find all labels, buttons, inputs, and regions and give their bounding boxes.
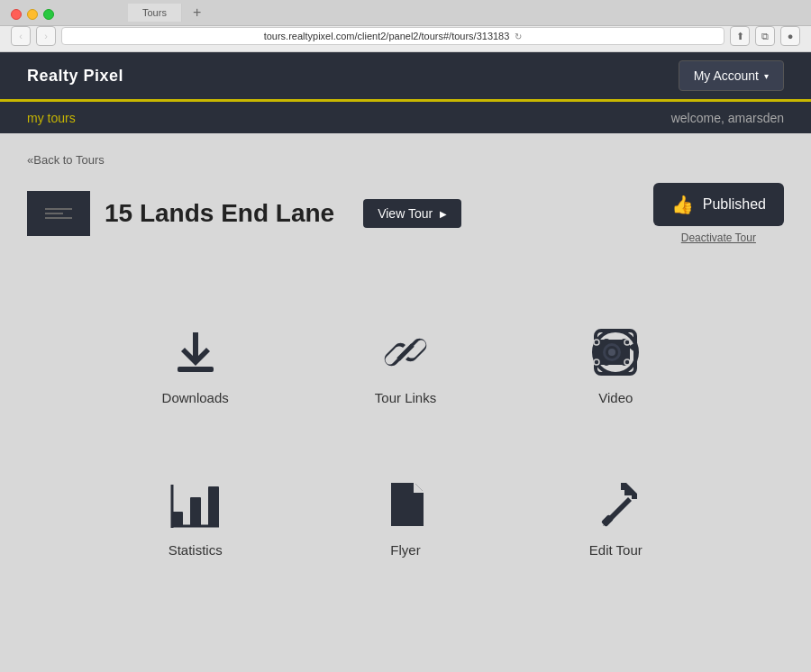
refresh-icon: ↻ xyxy=(515,32,522,41)
tab-bar: Tours + xyxy=(0,0,811,26)
tour-title: 15 Lands End Lane xyxy=(105,199,334,228)
main-content: «Back to Tours 15 Lands End Lane View To… xyxy=(0,133,811,672)
chevron-down-icon: ▾ xyxy=(764,71,769,81)
download-icon xyxy=(169,325,223,379)
svg-rect-20 xyxy=(208,486,219,526)
svg-line-1 xyxy=(398,345,413,359)
published-button[interactable]: 👍 Published xyxy=(653,183,784,226)
published-section: 👍 Published Deactivate Tour xyxy=(653,183,784,244)
svg-rect-0 xyxy=(178,367,214,372)
url-bar[interactable]: tours.realtypixel.com/client2/panel2/tou… xyxy=(61,27,724,45)
thumb-line-1 xyxy=(45,208,72,210)
feature-item-video[interactable]: Video xyxy=(511,289,721,441)
view-tour-button[interactable]: View Tour ▶ xyxy=(363,199,461,228)
deactivate-tour-link[interactable]: Deactivate Tour xyxy=(681,232,756,244)
traffic-lights xyxy=(0,0,65,25)
back-btn[interactable]: ‹ xyxy=(11,26,31,46)
feature-item-edit-tour[interactable]: Edit Tour xyxy=(511,441,721,594)
nav-bar: my tours welcome, amarsden xyxy=(0,99,811,133)
browser-tab[interactable]: Tours xyxy=(128,4,182,22)
thumb-line-3 xyxy=(45,217,72,219)
thumbnail-lines xyxy=(45,208,72,219)
new-tab-btn[interactable]: + xyxy=(186,1,208,24)
minimize-window-btn[interactable] xyxy=(27,9,38,20)
svg-rect-19 xyxy=(190,497,201,526)
link-icon xyxy=(378,325,433,379)
feature-item-downloads[interactable]: Downloads xyxy=(90,289,300,441)
share-btn[interactable]: ⬆ xyxy=(730,26,750,46)
thumb-line-2 xyxy=(45,213,63,214)
profile-btn[interactable]: ● xyxy=(780,26,800,46)
feature-label-tour-links: Tour Links xyxy=(375,390,436,405)
app: Realty Pixel My Account ▾ my tours welco… xyxy=(0,52,811,672)
maximize-window-btn[interactable] xyxy=(43,9,54,20)
browser-nav: ‹ › tours.realtypixel.com/client2/panel2… xyxy=(0,26,811,51)
my-tours-link[interactable]: my tours xyxy=(27,111,76,125)
duplicate-btn[interactable]: ⧉ xyxy=(755,26,775,46)
my-account-label: My Account xyxy=(694,68,759,83)
feature-label-video: Video xyxy=(598,390,633,405)
url-text: tours.realtypixel.com/client2/panel2/tou… xyxy=(264,31,510,41)
my-account-button[interactable]: My Account ▾ xyxy=(679,60,784,91)
thumbs-up-icon: 👍 xyxy=(671,194,694,215)
feature-item-flyer[interactable]: Flyer xyxy=(300,441,510,594)
feature-item-tour-links[interactable]: Tour Links xyxy=(300,289,510,441)
feature-label-flyer: Flyer xyxy=(390,542,420,558)
tour-header: 15 Lands End Lane View Tour ▶ 👍 Publishe… xyxy=(27,183,784,244)
play-icon: ▶ xyxy=(440,209,447,219)
browser-chrome: Tours + ‹ › tours.realtypixel.com/client… xyxy=(0,0,811,52)
app-header: Realty Pixel My Account ▾ xyxy=(0,52,811,99)
feature-label-statistics: Statistics xyxy=(169,542,223,558)
svg-rect-18 xyxy=(172,512,183,526)
feature-label-downloads: Downloads xyxy=(162,390,229,405)
video-icon xyxy=(588,325,642,379)
tour-thumbnail xyxy=(27,191,90,236)
stats-icon xyxy=(169,477,223,531)
feature-label-edit-tour: Edit Tour xyxy=(589,542,642,558)
forward-btn[interactable]: › xyxy=(36,26,56,46)
published-label: Published xyxy=(703,196,766,213)
features-grid: Downloads Tour Links xyxy=(90,289,721,594)
view-tour-label: View Tour xyxy=(378,206,433,221)
back-to-tours-link[interactable]: «Back to Tours xyxy=(27,153,105,167)
close-window-btn[interactable] xyxy=(11,9,22,20)
tour-title-group: 15 Lands End Lane View Tour ▶ xyxy=(27,191,461,236)
hammer-icon xyxy=(588,477,642,531)
welcome-text: welcome, amarsden xyxy=(671,111,784,125)
feature-item-statistics[interactable]: Statistics xyxy=(90,441,300,594)
app-logo: Realty Pixel xyxy=(27,67,123,86)
flyer-icon xyxy=(378,477,433,531)
svg-point-12 xyxy=(608,349,615,356)
